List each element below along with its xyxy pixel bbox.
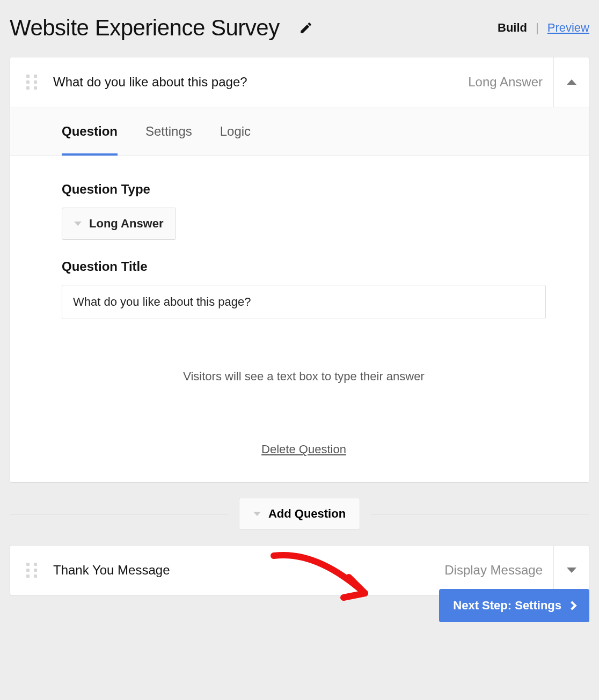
header-actions: Build | Preview [498,21,589,35]
drag-handle-icon[interactable] [10,562,53,579]
preview-link[interactable]: Preview [547,21,589,35]
drag-handle-icon[interactable] [10,73,53,91]
next-step-label: Next Step: Settings [453,599,561,613]
add-question-button[interactable]: Add Question [239,498,360,530]
thank-you-title: Thank You Message [53,563,444,578]
edit-title-icon[interactable] [299,21,313,35]
page-title: Website Experience Survey [10,15,280,41]
tab-settings[interactable]: Settings [145,107,192,156]
add-question-row: Add Question [10,498,589,530]
divider [10,514,228,514]
expand-toggle[interactable] [553,546,589,595]
question-title-label: Question Title [62,259,546,274]
separator: | [536,21,539,35]
chevron-right-icon [568,601,577,610]
thank-you-card: Thank You Message Display Message [10,545,589,595]
question-type-label: Question Type [62,182,546,197]
question-type-value: Long Answer [89,217,164,231]
question-header: What do you like about this page? Long A… [10,57,589,107]
page-header: Website Experience Survey Build | Previe… [0,0,599,57]
question-type-display: Long Answer [468,75,553,90]
chevron-up-icon [567,79,576,85]
tab-logic[interactable]: Logic [220,107,251,156]
thank-you-header: Thank You Message Display Message [10,546,589,595]
chevron-down-icon [74,222,82,226]
add-question-label: Add Question [268,507,346,521]
chevron-down-icon [253,512,261,516]
collapse-toggle[interactable] [553,57,589,107]
question-card: What do you like about this page? Long A… [10,57,589,483]
question-title-display: What do you like about this page? [53,75,468,90]
delete-question-link[interactable]: Delete Question [62,443,546,456]
tab-question[interactable]: Question [62,107,118,156]
question-type-dropdown[interactable]: Long Answer [62,208,176,240]
question-title-input[interactable] [62,285,546,319]
question-tabbar: Question Settings Logic [10,107,589,156]
helper-text: Visitors will see a text box to type the… [62,370,546,384]
next-step-button[interactable]: Next Step: Settings [439,589,589,622]
divider [371,514,589,514]
question-body: Question Type Long Answer Question Title… [10,156,589,482]
chevron-down-icon [567,568,576,573]
build-tab[interactable]: Build [498,21,527,35]
thank-you-type: Display Message [444,563,553,578]
